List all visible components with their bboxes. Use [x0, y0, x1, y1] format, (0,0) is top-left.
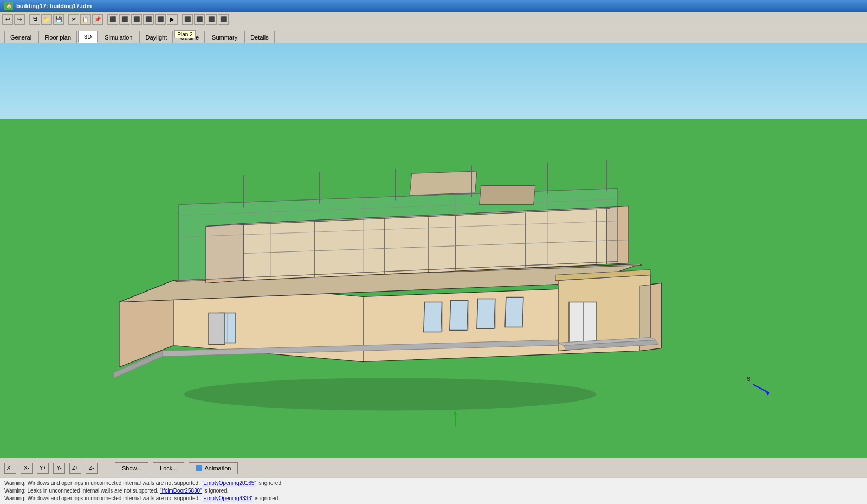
toolbar-btn-15[interactable]: ⬛ [206, 14, 217, 25]
tab-3d[interactable]: 3D [78, 31, 98, 43]
svg-rect-34 [477, 299, 495, 329]
tab-daylight[interactable]: Daylight [139, 31, 173, 43]
svg-point-1 [184, 378, 596, 411]
app-icon: 🏠 [4, 2, 13, 10]
toolbar-redo[interactable]: ↪ [14, 14, 25, 25]
toolbar-btn-5[interactable]: 📋 [80, 14, 91, 25]
status-bar: Warning: Windows and openings in unconne… [0, 477, 867, 504]
zminus-btn[interactable]: Z- [86, 463, 98, 474]
animation-icon [196, 465, 202, 471]
xminus-btn[interactable]: X- [21, 463, 33, 474]
toolbar-undo[interactable]: ↩ [2, 14, 13, 25]
3d-viewport[interactable]: S [0, 43, 867, 458]
toolbar-btn-13[interactable]: ⬛ [182, 14, 193, 25]
tab-simulation[interactable]: Simulation [99, 31, 138, 43]
yplus-btn[interactable]: Y+ [37, 463, 49, 474]
tab-floor-plan[interactable]: Floor plan [38, 31, 77, 43]
toolbar-btn-6[interactable]: 📌 [92, 14, 103, 25]
tab-summary[interactable]: Summary [206, 31, 243, 43]
toolbar-btn-14[interactable]: ⬛ [194, 14, 205, 25]
toolbar-btn-8[interactable]: ⬛ [119, 14, 130, 25]
svg-rect-32 [450, 301, 468, 331]
yminus-btn[interactable]: Y- [53, 463, 65, 474]
app-icon-symbol: 🏠 [6, 3, 12, 9]
toolbar-btn-9[interactable]: ⬛ [131, 14, 142, 25]
toolbar-btn-2[interactable]: 📁 [41, 14, 52, 25]
svg-rect-53 [480, 186, 535, 205]
tabs-bar: General Floor plan 3D Simulation Dayligh… [0, 27, 867, 43]
svg-rect-36 [505, 298, 523, 327]
window-title: building17: building17.idm [16, 3, 92, 9]
svg-rect-30 [424, 302, 442, 332]
titlebar: 🏠 building17: building17.idm [0, 0, 867, 12]
animation-btn[interactable]: Animation [189, 462, 238, 474]
svg-text:S: S [747, 376, 750, 382]
toolbar-btn-10[interactable]: ⬛ [143, 14, 154, 25]
svg-marker-49 [639, 285, 650, 343]
svg-rect-40 [583, 302, 584, 343]
warning-line-1: Warning: Windows and openings in unconne… [4, 480, 863, 487]
warning-line-3: Warning: Windows and openings in unconne… [4, 495, 863, 502]
main-container: General Floor plan 3D Simulation Dayligh… [0, 27, 867, 504]
toolbar-btn-3[interactable]: 💾 [53, 14, 64, 25]
toolbar-btn-1[interactable]: 🖫 [29, 14, 40, 25]
toolbar-btn-4[interactable]: ✂ [68, 14, 79, 25]
tab-details[interactable]: Details [244, 31, 275, 43]
svg-rect-52 [410, 171, 477, 195]
svg-rect-41 [209, 313, 225, 345]
building-model: S [0, 43, 867, 458]
tab-outline[interactable]: Outline Plan 2 [174, 31, 205, 43]
toolbar: ↩ ↪ 🖫 📁 💾 ✂ 📋 📌 ⬛ ⬛ ⬛ ⬛ ⬛ ▶ ⬛ ⬛ ⬛ ⬛ [0, 12, 867, 27]
bottom-controls: X+ X- Y+ Y- Z+ Z- Show... Lock... Animat… [0, 458, 867, 477]
lock-btn[interactable]: Lock... [153, 462, 184, 474]
show-btn[interactable]: Show... [115, 462, 148, 474]
zplus-btn[interactable]: Z+ [69, 463, 81, 474]
tab-general[interactable]: General [4, 31, 37, 43]
toolbar-btn-11[interactable]: ⬛ [155, 14, 166, 25]
toolbar-btn-16[interactable]: ⬛ [218, 14, 229, 25]
xplus-btn[interactable]: X+ [4, 463, 16, 474]
warning-line-2: Warning: Leaks in unconnected internal w… [4, 487, 863, 495]
toolbar-btn-12[interactable]: ▶ [167, 14, 178, 25]
toolbar-btn-7[interactable]: ⬛ [107, 14, 118, 25]
